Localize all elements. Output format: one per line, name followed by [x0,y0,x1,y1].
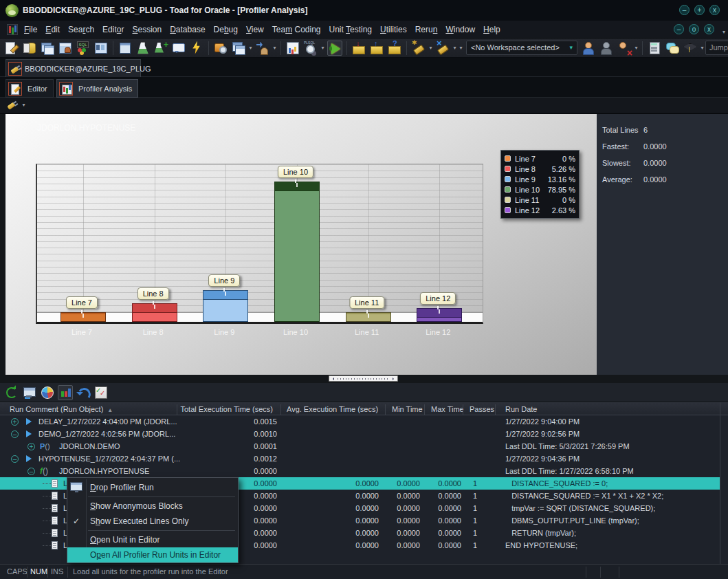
grid-row[interactable]: –DEMO_1/27/2022 4:02:56 PM (JDORL...0.00… [0,428,720,440]
profiler-connection-caret[interactable]: ▾ [21,98,27,113]
bar-line-7[interactable] [60,312,106,322]
menu-item-debug[interactable]: Debug [214,25,238,34]
describe-objects-icon[interactable] [93,41,109,56]
mdi-restore-button[interactable]: o [689,24,699,34]
tab-profiler-analysis[interactable]: Profiler Analysis [56,79,138,98]
grid-row[interactable]: –f()JDORLON.HYPOTENUSE0.0000Last DDL Tim… [0,465,720,477]
menu-item-drop-profiler-run[interactable]: Drop Profiler Run [67,480,238,495]
dropdown-caret[interactable]: ▾ [320,41,326,56]
menu-item-help[interactable]: Help [483,25,500,34]
collapse-icon[interactable]: – [11,430,19,438]
menu-item-database[interactable]: Database [170,25,205,34]
menu-item-open-unit-in-editor[interactable]: Open Unit in Editor [67,532,238,547]
dropdown-caret[interactable]: ▾ [428,41,434,56]
session-switch-icon[interactable] [255,41,270,56]
pie-chart-view-icon[interactable] [40,385,55,400]
team-user-add-icon[interactable] [581,41,596,56]
new-document-icon[interactable] [4,41,19,56]
menu-item-session[interactable]: Session [132,25,162,34]
schema-browser-icon[interactable] [58,41,73,56]
menu-item-open-all-profiler-run-units-in-editor[interactable]: Open All Profiler Run Units in Editor [67,547,238,562]
grid-row[interactable]: +DELAY_1/27/2022 4:04:00 PM (JDORL...0.0… [0,415,720,428]
plsql-search-icon[interactable] [303,41,318,56]
bar-line-8[interactable] [132,303,177,322]
window-copy-icon[interactable] [40,41,55,56]
mdi-close-button[interactable]: x [704,24,714,34]
col-avg-exec[interactable]: Avg. Execution Time (secs) [287,403,378,416]
new-window-icon[interactable] [118,41,133,56]
dropdown-caret[interactable]: ▾ [272,41,278,56]
col-run-comment[interactable]: Run Comment (Run Object)▲ [10,403,113,416]
menu-item-show-anonymous-blocks[interactable]: Show Anonymous Blocks [67,499,238,514]
mail-question-icon[interactable] [387,41,402,56]
dropdown-caret[interactable]: ▾ [458,41,464,56]
team-user-remove-icon[interactable] [617,41,632,56]
menu-item-unit-testing[interactable]: Unit Testing [329,25,373,34]
dropdown-caret[interactable]: ▾ [247,41,254,56]
col-passes[interactable]: Passes [470,403,494,416]
new-connection-icon[interactable] [411,41,426,56]
menu-item-editor[interactable]: Editor [102,25,124,34]
mdi-minimize-button[interactable]: – [674,24,684,34]
profiler-connection-icon[interactable] [5,98,19,112]
maximize-button[interactable]: + [694,5,705,15]
refresh-icon[interactable] [4,385,19,400]
menu-item-utilities[interactable]: Utilities [380,25,407,34]
grid-row[interactable]: +P()JDORLON.DEMO0.0001Last DDL Time: 5/3… [0,440,720,452]
menu-item-window[interactable]: Window [445,25,475,34]
object-search-icon[interactable] [213,41,228,56]
execute-debug-icon[interactable] [327,41,342,56]
execute-snippet-icon[interactable] [189,41,204,56]
bar-chart-view-icon[interactable] [58,385,73,400]
sql-monitor-icon[interactable] [76,41,91,56]
grid-row[interactable]: –HYPOTENUSE_1/27/2022 4:04:37 PM (...0.0… [0,452,720,465]
bar-line-12[interactable] [417,308,462,322]
windows-stack-icon[interactable] [231,41,246,56]
menu-item-search[interactable]: Search [68,25,94,34]
import-mail-icon[interactable] [351,41,366,56]
tab-editor[interactable]: Editor [5,79,54,98]
menu-item-team-coding[interactable]: Team Coding [272,25,321,34]
chat-icon[interactable] [665,41,680,56]
code-tester-icon[interactable] [135,41,151,56]
comment-icon[interactable] [171,41,186,56]
disconnect-icon[interactable] [435,41,450,56]
collapse-icon[interactable]: – [27,468,35,475]
expand-icon[interactable]: + [27,443,35,450]
menubar-overflow-caret[interactable]: ▾ [723,29,725,35]
calculator-icon[interactable] [647,41,662,56]
chart-scrollbar[interactable] [329,375,398,382]
expand-icon[interactable]: + [11,418,19,426]
menu-item-view[interactable]: View [246,25,264,34]
bar-line-9[interactable] [203,290,248,322]
connection-tab[interactable]: BBODDICKER@AZURE_19C_PLUG [5,59,141,77]
menu-item-edit[interactable]: Edit [45,25,60,34]
col-max-time[interactable]: Max Time [431,403,464,416]
bar-line-11[interactable] [346,312,391,322]
menu-item-rerun[interactable]: Rerun [415,25,438,34]
jump-search-input[interactable]: Jump Search...(C [705,41,728,55]
col-run-date[interactable]: Run Date [505,403,537,416]
team-user-gray-icon[interactable] [599,41,614,56]
menu-item-show-executed-lines-only[interactable]: Show Executed Lines Only✓ [67,514,238,529]
drop-profiler-run-icon[interactable] [22,385,37,400]
dropdown-caret[interactable]: ▾ [452,41,458,56]
dropdown-caret[interactable]: ▾ [699,41,705,56]
rerun-icon[interactable] [76,385,91,400]
export-mail-icon[interactable] [369,41,384,56]
bar-line-10[interactable] [274,182,320,322]
minimize-button[interactable]: – [679,5,690,15]
collapse-icon[interactable]: – [11,455,19,463]
learn-icon[interactable] [683,41,698,56]
close-button[interactable]: x [709,5,720,15]
workspace-combo[interactable]: <No Workspace selected>▾ [466,41,577,55]
report-chart-icon[interactable] [285,41,300,56]
grid-setup-icon[interactable] [93,385,109,400]
new-test-icon[interactable] [153,41,168,56]
col-min-time[interactable]: Min Time [392,403,423,416]
legend-value: 5.26 % [552,165,575,173]
dropdown-caret[interactable]: ▾ [633,41,639,56]
col-total-exec[interactable]: Total Execution Time (secs) [181,403,274,416]
menu-item-file[interactable]: File [24,25,37,34]
open-database-icon[interactable] [22,41,37,56]
